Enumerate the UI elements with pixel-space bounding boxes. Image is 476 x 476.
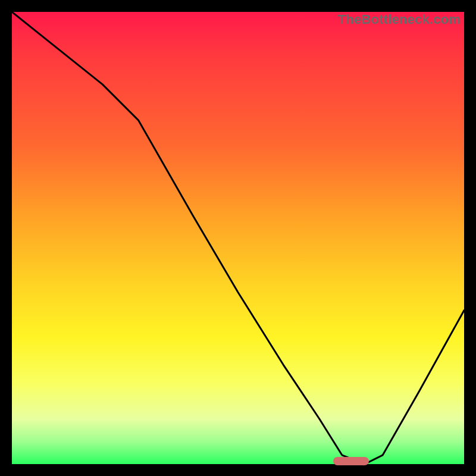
- optimal-marker: [333, 457, 369, 465]
- plot-area: TheBottleneck.com: [12, 12, 464, 464]
- chart-container: TheBottleneck.com: [0, 0, 476, 476]
- bottleneck-curve: [12, 12, 464, 464]
